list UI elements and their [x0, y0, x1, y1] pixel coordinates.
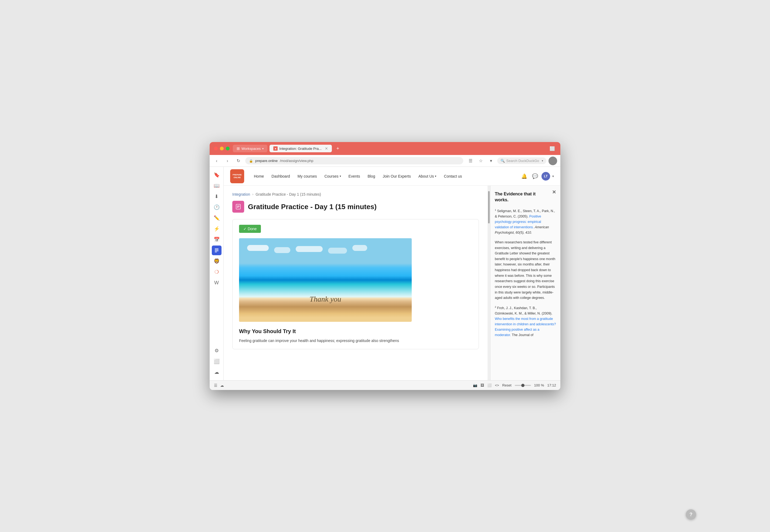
sidebar-wikipedia-icon[interactable]: W: [212, 278, 222, 288]
citation-1-authors: Seligman, M. E., Steen, T. A., Park, N.,…: [495, 209, 555, 218]
citation-2: 2 Froh, J. J., Kashdan, T. B., Ozimkowsk…: [495, 305, 556, 338]
tab-favicon: ■: [273, 146, 278, 151]
citation-1-superscript: 1: [495, 209, 496, 211]
sidebar-person-icon[interactable]: ⚡: [212, 224, 222, 234]
sidebar-bookmarks-icon[interactable]: 🔖: [212, 170, 222, 180]
nav-events[interactable]: Events: [345, 172, 363, 181]
maximize-button[interactable]: [226, 147, 230, 150]
message-icon[interactable]: 💬: [531, 172, 539, 181]
page-title: Gratitude Practice - Day 1 (15 minutes): [248, 203, 377, 211]
page-icon: [232, 201, 244, 213]
nav-my-courses[interactable]: My courses: [294, 172, 320, 181]
status-fullscreen-icon[interactable]: ⬜: [487, 383, 491, 387]
status-icons-left: ☰ ☁: [214, 383, 224, 388]
bookmark-icon[interactable]: ☰: [466, 157, 474, 165]
url-bar[interactable]: 🔒 prepare.online /mod/assign/view.php: [245, 157, 463, 164]
citation-1-text: 1 Seligman, M. E., Steen, T. A., Park, N…: [495, 208, 556, 235]
sidebar-pocket-icon[interactable]: ❍: [212, 267, 222, 277]
notification-icon[interactable]: 🔔: [520, 172, 528, 181]
zoom-slider[interactable]: [515, 385, 531, 386]
bookmark-star-icon[interactable]: ☆: [477, 157, 485, 165]
nav-join-experts[interactable]: Join Our Experts: [379, 172, 414, 181]
reset-label[interactable]: Reset: [502, 383, 511, 387]
sidebar-settings-icon[interactable]: ⚙: [212, 346, 222, 355]
panel-title: The Evidence that it works.: [495, 191, 556, 203]
scrollbar-thumb[interactable]: [488, 191, 490, 223]
status-image-icon[interactable]: 🖼: [480, 383, 484, 387]
nav-dashboard[interactable]: Dashboard: [268, 172, 293, 181]
nav-contact[interactable]: Contact us: [441, 172, 465, 181]
workspace-tab[interactable]: ⊞ Workspaces ▾: [233, 145, 267, 152]
zoom-control: [515, 385, 531, 386]
status-camera-icon[interactable]: 📷: [473, 383, 477, 387]
panel-close-button[interactable]: ✕: [551, 189, 557, 195]
status-menu-icon[interactable]: ☰: [214, 383, 218, 388]
sidebar-reader-icon[interactable]: 📖: [212, 181, 222, 191]
page-header: Gratitude Practice - Day 1 (15 minutes): [232, 201, 479, 213]
close-button[interactable]: [214, 147, 218, 150]
section-text: Feeling gratitude can improve your healt…: [239, 338, 472, 344]
nav-blog[interactable]: Blog: [364, 172, 378, 181]
search-placeholder: Search DuckDuckGo: [506, 159, 539, 163]
right-panel: ✕ The Evidence that it works. 1 Seligman…: [490, 186, 560, 380]
user-menu-badge[interactable]: LT: [541, 172, 550, 181]
window-controls: ⬜: [548, 145, 556, 152]
bookmark-dropdown-icon[interactable]: ▾: [487, 157, 495, 165]
clock-time: 17:12: [547, 383, 556, 387]
site-nav: PREPAREONLINE Home Dashboard My courses …: [224, 167, 560, 186]
minimize-button[interactable]: [220, 147, 224, 150]
svg-rect-7: [237, 206, 240, 207]
courses-chevron-icon: ▾: [340, 175, 341, 178]
done-label: ✓ Done: [243, 227, 257, 231]
sidebar-active-icon[interactable]: [212, 246, 222, 255]
back-button[interactable]: ‹: [213, 157, 221, 165]
content-card: ✓ Done: [232, 219, 479, 349]
active-tab[interactable]: ■ Integration: Gratitude Pra... ✕: [270, 145, 332, 152]
svg-rect-1: [215, 248, 219, 249]
sidebar-calendar-icon[interactable]: 📅: [212, 235, 222, 244]
content-scrollbar[interactable]: [487, 186, 490, 380]
layers-icon: ⊞: [237, 146, 240, 151]
search-bar[interactable]: 🔍 Search DuckDuckGo ▾: [497, 157, 546, 164]
nav-courses[interactable]: Courses ▾: [321, 172, 344, 181]
sidebar-brave-icon[interactable]: 🦁: [212, 256, 222, 266]
zoom-handle[interactable]: [521, 384, 524, 387]
done-badge[interactable]: ✓ Done: [239, 225, 261, 233]
sidebar-download-icon[interactable]: ⬇: [212, 192, 222, 201]
new-tab-button[interactable]: +: [334, 145, 342, 152]
search-icon: 🔍: [500, 159, 505, 163]
card-inner: ✓ Done: [233, 219, 479, 349]
site-logo[interactable]: PREPAREONLINE: [230, 169, 244, 183]
logo-text: PREPAREONLINE: [233, 174, 242, 178]
traffic-lights: [214, 147, 230, 150]
svg-rect-3: [215, 251, 219, 251]
user-initials: LT: [544, 174, 548, 178]
status-code-icon[interactable]: <>: [495, 383, 499, 387]
nav-links: Home Dashboard My courses Courses ▾ Even…: [251, 172, 513, 181]
beach-clouds: [239, 245, 412, 254]
panel-content: The Evidence that it works. 1 Seligman, …: [490, 186, 560, 347]
tab-close-icon[interactable]: ✕: [325, 146, 328, 151]
search-chevron-icon: ▾: [542, 159, 543, 162]
window-minimize-icon[interactable]: ⬜: [548, 145, 556, 152]
user-dropdown-icon[interactable]: ▾: [552, 174, 554, 178]
reload-button[interactable]: ↻: [235, 157, 242, 165]
cloud-5: [352, 245, 367, 251]
status-cloud-icon[interactable]: ☁: [220, 383, 224, 388]
main-content: Integration › Gratitude Practice - Day 1…: [224, 186, 560, 380]
workspace-tab-label: Workspaces: [242, 147, 261, 151]
sidebar-history-icon[interactable]: 🕐: [212, 202, 222, 212]
sidebar-edit-icon[interactable]: ✏️: [212, 213, 222, 223]
sidebar-add-icon[interactable]: ☁: [212, 367, 222, 377]
forward-button[interactable]: ›: [224, 157, 231, 165]
browser-sidebar: 🔖 📖 ⬇ 🕐 ✏️ ⚡ 📅 🦁 ❍ W ⚙ ⬜ ☁: [210, 167, 224, 380]
nav-icons-right: 🔔 💬 LT ▾: [520, 172, 554, 181]
browser-user-avatar[interactable]: [548, 157, 557, 165]
sidebar-bottom-icon[interactable]: ⬜: [212, 357, 222, 366]
breadcrumb-link[interactable]: Integration: [232, 192, 250, 196]
svg-rect-4: [215, 252, 217, 252]
panel-body-1: When researchers tested five different e…: [495, 240, 556, 301]
nav-home[interactable]: Home: [251, 172, 267, 181]
active-tab-label: Integration: Gratitude Pra...: [279, 147, 322, 151]
nav-about[interactable]: About Us ▾: [415, 172, 440, 181]
